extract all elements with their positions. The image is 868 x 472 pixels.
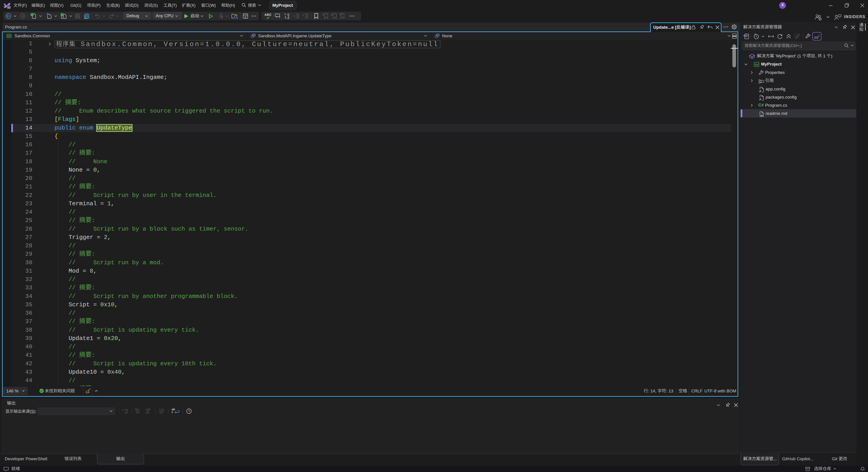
svg-text:C#: C#	[755, 63, 758, 66]
svg-text:IN: IN	[8, 6, 10, 8]
svg-text:C#: C#	[7, 35, 11, 37]
